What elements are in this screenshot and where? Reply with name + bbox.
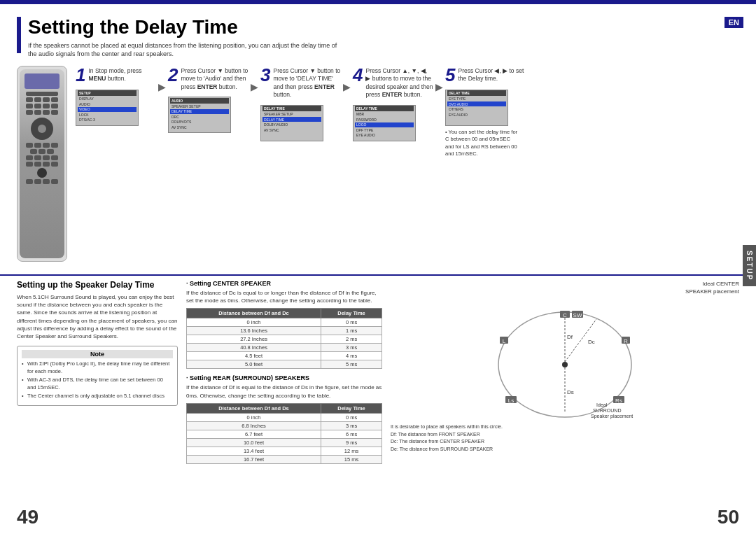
screen-line: SPEAKER SETUP [170,104,229,108]
middle-panel: · Setting CENTER SPEAKER If the distance… [186,280,382,470]
arrow-1-2: ▶ [158,81,167,92]
step-5-note: • You can set the delay time for C betwe… [445,129,519,158]
note-item-3: The Center channel is only adjustable on… [22,393,173,400]
remote-btn [38,149,46,154]
screen-header: DELAY TIME [262,106,321,111]
remote-btn [34,143,41,148]
remote-btn-row-6 [26,155,58,160]
svg-text:Dc: Dc [588,339,595,345]
screen-line-selected: DELAY TIME [170,109,229,114]
step-3-header: 3 Press Cursor ▼ button to move to 'DELA… [260,66,341,99]
page-subtitle: If the speakers cannot be placed at equa… [28,41,337,59]
step-5-description: Press Cursor ◀, ▶ to set the Delay time. [458,67,526,83]
remote-dpad [31,118,53,140]
svg-text:Df: Df [567,334,573,340]
language-badge: EN [724,17,743,28]
arrow-2-3: ▶ [250,81,259,92]
step-2-header: 2 Press Cursor ▼ button to move to 'Audi… [168,66,248,91]
rear-speaker-title: · Setting REAR (SURROUND) SPEAKERS [186,374,382,381]
remote-circle-btn [37,168,47,178]
step-1-header: 1 In Stop mode, press MENU button. [76,66,156,84]
diagram-note: It is desirable to place all speakers wi… [391,423,739,453]
svg-text:Ideal: Ideal [596,402,608,407]
table-row: 27.2 Inches 2 ms [187,335,382,344]
step-1-screen: SETUP DISPLAY AUDIO VIDEO LOCK DTS/AC-3 [76,90,139,126]
screen-line: PASSWORD [355,117,414,122]
title-text-block: Setting the Delay Time If the speakers c… [28,17,337,59]
setup-tab: SETUP [743,245,756,286]
remote-btn [26,97,33,102]
screen-line: AUDIO [78,101,136,106]
diagram-note-line-3: Dc: The distance from CENTER SPEAKER [391,438,739,446]
remote-btn [51,104,58,108]
diagram-note-line-2: Df: The distance from FRONT SPEAKER [391,431,739,439]
remote-btn [43,143,50,148]
remote-btn-row-7 [26,162,58,167]
screen-line: EYE TYPE [447,97,506,101]
screen-line: MBR [355,112,414,117]
step-5: 5 Press Cursor ◀, ▶ to set the Delay tim… [445,66,526,158]
step-2: 2 Press Cursor ▼ button to move to 'Audi… [168,66,248,133]
screen-header: AUDIO [170,98,229,104]
table-header-distance: Distance between Df and Ds [187,403,321,413]
remote-btn [34,110,41,115]
title-accent [17,17,21,53]
remote-btn [30,149,37,154]
remote-btn-row-5 [30,149,54,154]
step-2-number: 2 [168,66,178,84]
screen-line: DOLBY/AUDIO [262,122,321,127]
screen-line: DRC [170,114,229,119]
remote-btn [43,104,50,108]
page-title: Setting the Delay Time [28,17,337,38]
remote-btn-row-1 [26,97,58,102]
table-header-delay: Delay Time [321,309,382,318]
step-4-header: 4 Press Cursor ▲, ▼, ◀, ▶ buttons to mov… [353,66,433,99]
diagram-panel: Ideal CENTER SPEAKER placement Df Dc Ds … [391,280,739,470]
remote-btn [43,155,50,160]
step-5-screen: DELAY TIME EYE TYPE DVD AUDIO OTHERS EYE… [445,90,508,126]
remote-btn-row-3 [26,110,58,115]
step-4-description: Press Cursor ▲, ▼, ◀, ▶ buttons to move … [365,67,433,99]
all-steps: 1 In Stop mode, press MENU button. SETUP… [76,66,739,158]
remote-btn [26,162,33,167]
remote-btn [34,179,41,184]
arrow-4-5: ▶ [435,81,444,92]
step-3-description: Press Cursor ▼ button to move to 'DELAY … [273,67,341,99]
bottom-divider [0,274,756,276]
table-row: 6.7 feet 6 ms [187,430,382,438]
table-row: 10.0 feet 9 ms [187,438,382,447]
diagram-note-line-1: It is desirable to place all speakers wi… [391,423,739,431]
section-text: When 5.1CH Surround Sound is played, you… [17,293,178,340]
step-1-description: In Stop mode, press MENU button. [88,67,156,83]
remote-btn [26,179,33,184]
remote-btn [34,155,41,160]
svg-text:Ds: Ds [567,389,574,395]
steps-row: 1 In Stop mode, press MENU button. SETUP… [17,66,739,262]
center-speaker-table: Distance between Df and Dc Delay Time 0 … [186,308,382,369]
table-row: 13.6 Inches 1 ms [187,327,382,335]
table-row: 0 inch 0 ms [187,413,382,421]
remote-btn [26,104,33,108]
table-row: 0 inch 0 ms [187,318,382,327]
screen-line-selected: DELAY TIME [262,117,321,122]
screen-line: EYE AUDIO [355,133,414,138]
remote-btn [51,97,58,102]
screen-line: AV SYNC [262,127,321,132]
remote-btn [34,162,41,167]
table-row: 4.5 feet 4 ms [187,352,382,360]
remote-btn [47,149,54,154]
diagram-note-line-4: De: The distance from SURROUND SPEAKER [391,446,739,454]
screen-line: DPF TYPE [355,127,414,132]
step-5-number: 5 [445,66,455,84]
svg-text:Ls: Ls [508,398,514,404]
screen-header: SETUP [78,90,136,96]
rear-speaker-text: If the distance of Df is equal to the di… [186,384,382,399]
remote-btn-row-8 [26,179,58,184]
note-box: Note With ΣIPl (Dolby Pro Logic II), the… [17,346,178,406]
table-header-delay: Delay Time [321,403,382,413]
main-content: EN Setting the Delay Time If the speaker… [0,4,756,269]
svg-text:SURROUND: SURROUND [593,408,621,413]
screen-line: SPEAKER SETUP [262,112,321,117]
screen-line: DISPLAY [78,97,136,101]
svg-text:Speaker placement: Speaker placement [591,414,633,419]
